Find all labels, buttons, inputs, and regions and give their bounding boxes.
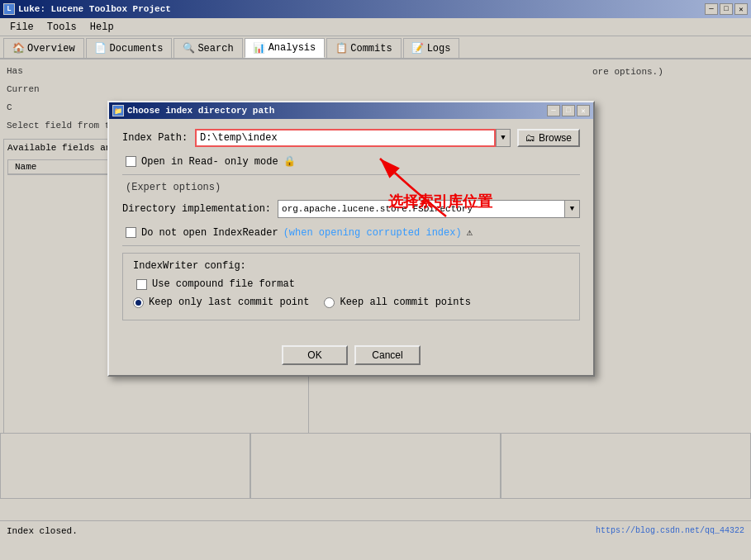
status-bar: Index closed. https://blog.csdn.net/qq_4… <box>0 520 751 540</box>
tab-documents-label: Documents <box>110 43 164 55</box>
main-content: Has Curren C Select field from the lis A… <box>0 59 751 540</box>
tab-commits-label: Commits <box>350 43 392 55</box>
close-button[interactable]: ✕ <box>734 3 748 15</box>
grid-cell-1 <box>0 433 250 499</box>
title-bar: L Luke: Lucene Toolbox Project ─ □ ✕ <box>0 0 751 18</box>
cancel-button[interactable]: Cancel <box>354 345 421 365</box>
status-left: Index closed. <box>7 526 78 536</box>
compound-label: Use compound file format <box>152 278 295 290</box>
readonly-checkbox[interactable] <box>126 156 136 167</box>
indexwriter-config-title: IndexWriter config: <box>133 260 569 272</box>
divider-2 <box>122 245 580 246</box>
ok-button[interactable]: OK <box>282 345 348 365</box>
analysis-icon: 📊 <box>254 42 265 54</box>
index-path-input-wrapper: ▼ <box>195 129 511 147</box>
no-indexreader-row: Do not open IndexReader (when opening co… <box>122 226 580 239</box>
keep-all-radio[interactable] <box>324 297 335 308</box>
maximize-button[interactable]: □ <box>720 3 733 15</box>
tab-analysis[interactable]: 📊 Analysis <box>245 38 326 58</box>
menu-file[interactable]: File <box>3 20 40 35</box>
when-corrupt-label: (when opening corrupted index) <box>283 227 462 239</box>
no-indexreader-label: Do not open IndexReader <box>141 227 278 239</box>
title-bar-left: L Luke: Lucene Toolbox Project <box>3 3 171 15</box>
index-path-label: Index Path: <box>122 132 188 144</box>
current-label: Curren <box>7 84 40 94</box>
browse-label: Browse <box>539 132 572 144</box>
tab-analysis-label: Analysis <box>269 42 316 54</box>
title-bar-controls: ─ □ ✕ <box>705 3 748 15</box>
minimize-button[interactable]: ─ <box>705 3 718 15</box>
tab-search[interactable]: 🔍 Search <box>173 38 242 58</box>
grid-cell-3 <box>501 433 751 499</box>
app-title: Luke: Lucene Toolbox Project <box>18 4 171 14</box>
overview-icon: 🏠 <box>12 43 24 55</box>
keep-last-row: Keep only last commit point Keep all com… <box>133 297 569 308</box>
expert-options: (Expert options) <box>122 182 580 193</box>
lock-icon: 🔒 <box>283 155 296 168</box>
dir-impl-row: Directory implementation: org.apache.luc… <box>122 200 580 218</box>
dialog: 📁 Choose index directory path ─ □ ✕ Inde… <box>107 101 595 377</box>
dialog-footer: OK Cancel <box>109 339 593 375</box>
documents-icon: 📄 <box>95 43 107 55</box>
warning-icon: ⚠ <box>467 226 473 239</box>
tab-commits[interactable]: 📋 Commits <box>326 38 401 58</box>
no-indexreader-checkbox[interactable] <box>126 227 136 238</box>
app-icon: L <box>3 3 15 15</box>
bottom-grid <box>0 433 751 499</box>
dialog-controls: ─ □ ✕ <box>547 105 590 116</box>
options-text: ore options.) <box>592 67 663 77</box>
tab-logs-label: Logs <box>427 43 451 55</box>
keep-last-radio[interactable] <box>133 297 144 308</box>
dialog-body: Index Path: ▼ 🗂 Browse Open in Read- onl… <box>109 119 593 339</box>
dialog-title-left: 📁 Choose index directory path <box>112 105 274 116</box>
tab-overview[interactable]: 🏠 Overview <box>3 38 84 58</box>
tab-logs[interactable]: 📝 Logs <box>403 38 460 58</box>
dialog-title: Choose index directory path <box>127 106 274 116</box>
keep-last-label: Keep only last commit point <box>149 297 309 308</box>
browse-icon: 🗂 <box>525 132 535 144</box>
status-right: https://blog.csdn.net/qq_44322 <box>596 526 744 535</box>
tab-overview-label: Overview <box>27 43 75 55</box>
index-path-input[interactable] <box>195 129 496 147</box>
logs-icon: 📝 <box>412 43 424 55</box>
index-path-dropdown[interactable]: ▼ <box>496 129 511 147</box>
dir-impl-value: org.apache.lucene.store.FSDirectory <box>278 204 564 214</box>
browse-button[interactable]: 🗂 Browse <box>517 129 580 147</box>
dir-impl-select[interactable]: org.apache.lucene.store.FSDirectory ▼ <box>278 200 580 218</box>
dialog-title-bar: 📁 Choose index directory path ─ □ ✕ <box>109 102 593 119</box>
grid-cell-2 <box>250 433 501 499</box>
menu-bar: File Tools Help <box>0 18 751 36</box>
dir-impl-dropdown-arrow[interactable]: ▼ <box>564 201 579 217</box>
menu-tools[interactable]: Tools <box>40 20 83 35</box>
divider-1 <box>122 174 580 175</box>
tab-bar: 🏠 Overview 📄 Documents 🔍 Search 📊 Analys… <box>0 36 751 59</box>
dialog-minimize[interactable]: ─ <box>547 105 560 116</box>
dialog-maximize[interactable]: □ <box>562 105 575 116</box>
readonly-label: Open in Read- only mode <box>141 156 278 168</box>
dialog-close[interactable]: ✕ <box>577 105 590 116</box>
has-label: Has <box>7 66 23 76</box>
c-label: C <box>7 102 12 112</box>
tab-search-label: Search <box>197 43 233 55</box>
dir-impl-label: Directory implementation: <box>122 203 271 215</box>
commits-icon: 📋 <box>335 43 347 55</box>
search-icon: 🔍 <box>183 43 194 55</box>
compound-checkbox[interactable] <box>136 279 147 290</box>
readonly-row: Open in Read- only mode 🔒 <box>122 155 580 168</box>
menu-help[interactable]: Help <box>83 20 121 35</box>
dialog-title-icon: 📁 <box>112 105 124 116</box>
tab-documents[interactable]: 📄 Documents <box>86 38 173 58</box>
compound-row: Use compound file format <box>133 278 569 290</box>
index-path-row: Index Path: ▼ 🗂 Browse <box>122 129 580 147</box>
right-area: ore options.) <box>586 59 751 479</box>
indexwriter-config: IndexWriter config: Use compound file fo… <box>122 253 580 320</box>
expert-options-label[interactable]: (Expert options) <box>122 182 224 193</box>
keep-all-label: Keep all commit points <box>340 297 470 308</box>
